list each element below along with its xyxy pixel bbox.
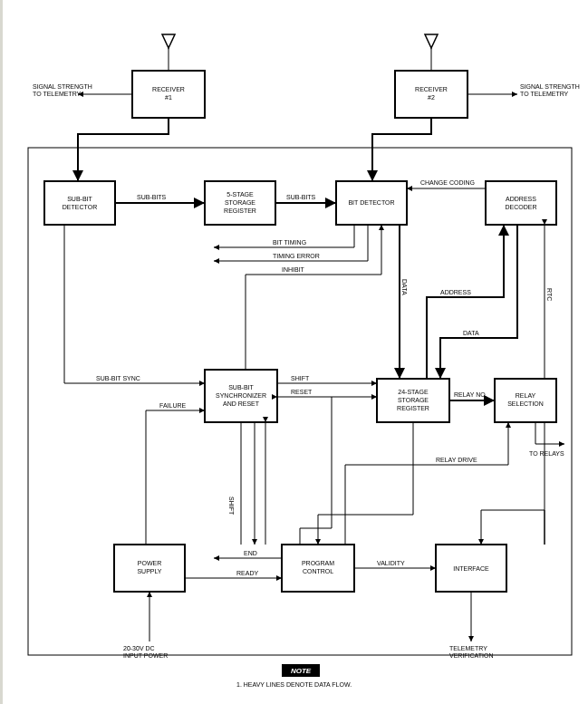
interface-block: INTERFACE <box>436 545 506 592</box>
svg-text:RELAY NO.: RELAY NO. <box>454 391 487 398</box>
block-diagram: RECEIVER#1 SIGNAL STRENGTHTO TELEMETRY R… <box>10 7 583 697</box>
svg-text:BIT DETECTOR: BIT DETECTOR <box>348 199 394 206</box>
relay-selection-block: RELAYSELECTION <box>495 379 556 422</box>
svg-text:24-STAGESTORAGEREGISTER: 24-STAGESTORAGEREGISTER <box>397 389 429 411</box>
svg-text:20-30V DCINPUT POWER: 20-30V DCINPUT POWER <box>123 645 168 659</box>
svg-text:DATA: DATA <box>401 279 408 295</box>
svg-text:SHIFT: SHIFT <box>291 375 310 381</box>
svg-text:END: END <box>244 550 257 556</box>
sub-bit-detector-block: SUB-BITDETECTOR <box>44 181 115 225</box>
receiver-2-block: RECEIVER#2 <box>395 71 468 118</box>
svg-text:RELAY DRIVE: RELAY DRIVE <box>436 457 477 463</box>
program-control-block: PROGRAMCONTROL <box>282 545 354 592</box>
svg-marker-3 <box>425 34 438 48</box>
svg-text:TIMING ERROR: TIMING ERROR <box>273 253 320 259</box>
antenna-left-icon <box>162 34 175 71</box>
svg-text:SHIFT: SHIFT <box>228 497 235 516</box>
svg-text:DATA: DATA <box>463 330 479 336</box>
svg-text:RESET: RESET <box>291 389 313 395</box>
svg-text:5-STAGESTORAGEREGISTER: 5-STAGESTORAGEREGISTER <box>224 191 256 214</box>
svg-text:SIGNAL STRENGTHTO TELEMETRY: SIGNAL STRENGTHTO TELEMETRY <box>33 83 92 97</box>
antenna-right-icon <box>425 34 438 71</box>
note-text: 1. HEAVY LINES DENOTE DATA FLOW. <box>236 681 352 688</box>
note-badge: NOTE <box>282 664 320 677</box>
svg-text:VALIDITY: VALIDITY <box>377 560 405 566</box>
receiver-1-block: RECEIVER#1 <box>132 71 205 118</box>
five-stage-register-block: 5-STAGESTORAGEREGISTER <box>205 181 275 225</box>
sub-bit-synchronizer-block: SUB-BITSYNCHRONIZERAND RESET <box>205 370 277 422</box>
svg-text:READY: READY <box>236 570 258 576</box>
power-supply-block: POWERSUPPLY <box>114 545 185 592</box>
address-decoder-block: ADDRESSDECODER <box>486 181 556 225</box>
svg-rect-19 <box>486 181 556 225</box>
svg-marker-1 <box>162 34 175 48</box>
svg-text:CHANGE CODING: CHANGE CODING <box>420 179 475 186</box>
svg-text:RTC: RTC <box>546 288 553 301</box>
svg-text:BIT TIMING: BIT TIMING <box>273 239 306 246</box>
svg-rect-13 <box>44 181 115 225</box>
svg-text:SUB-BITS: SUB-BITS <box>286 194 316 200</box>
svg-text:SUB-BITS: SUB-BITS <box>137 194 167 200</box>
svg-text:SUB-BIT SYNC: SUB-BIT SYNC <box>96 375 140 381</box>
svg-text:TELEMETRYVERIFICATION: TELEMETRYVERIFICATION <box>449 645 493 659</box>
svg-text:INHIBIT: INHIBIT <box>282 266 305 273</box>
svg-text:NOTE: NOTE <box>291 667 312 675</box>
svg-text:ADDRESS: ADDRESS <box>440 289 471 295</box>
twentyfour-stage-register-block: 24-STAGESTORAGEREGISTER <box>377 379 449 422</box>
svg-text:SIGNAL STRENGTHTO TELEMETRY: SIGNAL STRENGTHTO TELEMETRY <box>520 83 580 97</box>
svg-text:TO RELAYS: TO RELAYS <box>529 450 564 457</box>
svg-text:FAILURE: FAILURE <box>159 402 187 409</box>
bit-detector-block: BIT DETECTOR <box>336 181 407 225</box>
svg-text:INTERFACE: INTERFACE <box>453 565 489 572</box>
